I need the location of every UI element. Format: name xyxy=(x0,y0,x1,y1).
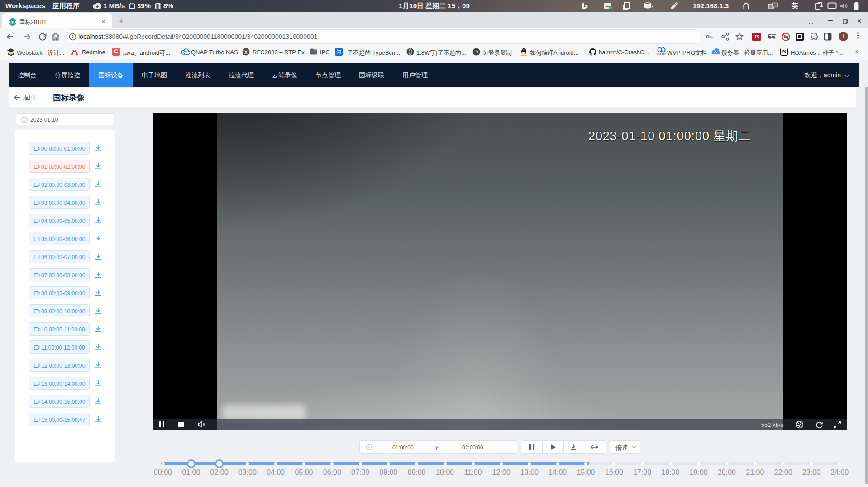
svg-text:WVP PRO: WVP PRO xyxy=(657,53,666,56)
